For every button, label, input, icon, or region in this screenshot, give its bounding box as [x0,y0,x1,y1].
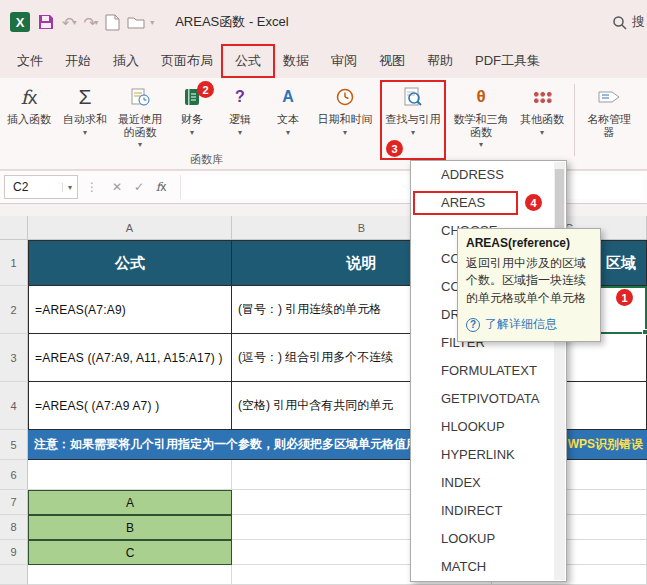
cell-a8[interactable]: B [28,515,232,540]
row-header-4[interactable]: 4 [0,382,28,430]
tooltip-description: 返回引用中涉及的区域个数。区域指一块连续的单元格或单个单元格 [466,255,592,307]
search-box[interactable]: 搜 [612,13,645,31]
save-icon[interactable] [37,13,55,31]
redo-button[interactable]: ↷▾ [84,15,99,30]
menu-formulas[interactable]: 公式 [224,46,272,76]
ribbon-group-label: 函数库 [190,152,223,167]
dropdown-item-areas[interactable]: AREAS 4 [411,189,554,217]
chevron-down-icon: ▾ [238,128,242,137]
row-header-10[interactable] [0,565,28,585]
menu-data[interactable]: 数据 [272,46,320,76]
dropdown-item-label: HYPERLINK [441,447,515,462]
new-document-icon[interactable] [105,14,120,31]
insert-function-icon[interactable]: fx [150,180,172,194]
dropdown-item-label: HLOOKUP [441,419,505,434]
row-header-5[interactable]: 5 [0,430,28,460]
dropdown-item-hyperlink[interactable]: HYPERLINK [411,441,554,469]
theta-icon: θ [476,84,485,110]
name-manager-button[interactable]: 名称管理器 [581,81,637,159]
title-bar: X ↶▾ ↷▾ ▾ AREAS函数 - Excel 搜 [0,0,647,44]
menu-page-layout[interactable]: 页面布局 [150,46,224,76]
menu-insert[interactable]: 插入 [102,46,150,76]
financial-button[interactable]: 财务 ▾ 2 [170,81,214,159]
dropdown-item-label: INDEX [441,475,481,490]
cancel-icon[interactable]: ✕ [106,180,128,194]
chevron-down-icon[interactable]: ▾ [62,183,77,192]
insert-function-button[interactable]: fx 插入函数 [2,81,56,159]
cell-a6[interactable] [28,460,232,490]
name-box[interactable]: C2 ▾ [4,175,78,199]
fill-handle[interactable] [642,329,647,335]
cell-a4[interactable]: =AREAS( (A7:A9 A7) ) [28,382,232,430]
ribbon-group-divider [574,84,575,156]
chevron-down-icon[interactable]: ▾ [94,18,98,27]
chevron-down-icon: ▾ [138,140,142,149]
ribbon: fx 插入函数 Σ 自动求和 ▾ 最近使用的函数 ▾ 财务 ▾ 2 ? 逻辑 ▾ [0,78,647,170]
enter-icon[interactable]: ✓ [128,180,150,194]
dropdown-item-getpivotdata[interactable]: GETPIVOTDATA [411,385,554,413]
search-icon [612,15,627,30]
column-header-a[interactable]: A [28,216,232,240]
lookup-reference-button[interactable]: 查找与引用 ▾ 3 [380,81,446,159]
note-text: 注意：如果需要将几个引用指定为一个参数，则必须把多区域单元格值用 [34,436,418,453]
more-functions-button[interactable]: 其他函数 ▾ [516,81,568,159]
chevron-down-icon[interactable]: ▾ [150,18,154,27]
dropdown-item-label: MATCH [441,559,486,574]
annotation-step-2: 2 [197,81,214,98]
dropdown-item-label: AREAS [441,195,485,210]
menu-home[interactable]: 开始 [54,46,102,76]
dropdown-item-address[interactable]: ADDRESS [411,161,554,189]
row-header-6[interactable]: 6 [0,460,28,490]
math-trig-button[interactable]: θ 数学和三角函数 ▾ [450,81,512,159]
menu-file[interactable]: 文件 [6,46,54,76]
chevron-down-icon[interactable]: ▾ [411,128,415,137]
tooltip-help-link[interactable]: ? 了解详细信息 [466,316,592,333]
row-header-8[interactable]: 8 [0,515,28,540]
chevron-down-icon[interactable]: ▾ [73,18,77,27]
lookup-magnifier-icon [402,84,424,110]
excel-window: X ↶▾ ↷▾ ▾ AREAS函数 - Excel 搜 文件 开始 插入 页面布… [0,0,647,585]
menu-pdf-tools[interactable]: PDF工具集 [464,46,551,76]
logical-button[interactable]: ? 逻辑 ▾ [218,81,262,159]
dropdown-item-formulatext[interactable]: FORMULATEXT [411,357,554,385]
cell-reference: C2 [13,180,28,194]
note-warning-text: WPS识别错误 [568,436,643,453]
dropdown-scrollbar[interactable] [554,162,565,580]
dropdown-item-indirect[interactable]: INDIRECT [411,497,554,525]
row-header-1[interactable]: 1 [0,240,28,286]
tooltip-title: AREAS(reference) [466,236,592,250]
cell-a10[interactable] [28,565,232,585]
fx-icon: fx [21,84,38,110]
dropdown-item-label: FORMULATEXT [441,363,537,378]
cell-a9[interactable]: C [28,540,232,565]
dropdown-item-match[interactable]: MATCH [411,553,554,581]
cell-a3[interactable]: =AREAS ((A7:A9, A11, A15:A17) ) [28,334,232,382]
row-header-3[interactable]: 3 [0,334,28,382]
dropdown-item-index[interactable]: INDEX [411,469,554,497]
text-icon: A [282,84,294,110]
menu-view[interactable]: 视图 [368,46,416,76]
logical-icon: ? [235,84,245,110]
recent-functions-button[interactable]: 最近使用的函数 ▾ [114,81,166,159]
row-header-2[interactable]: 2 [0,286,28,334]
row-header-7[interactable]: 7 [0,490,28,515]
dropdown-item-lookup[interactable]: LOOKUP [411,525,554,553]
cell-a1[interactable]: 公式 [28,240,232,286]
menu-help[interactable]: 帮助 [416,46,464,76]
select-all-corner[interactable] [0,216,28,240]
menu-review[interactable]: 审阅 [320,46,368,76]
cell-a2[interactable]: =AREAS(A7:A9) [28,286,232,334]
chevron-down-icon: ▾ [540,128,544,137]
autosum-button[interactable]: Σ 自动求和 ▾ [60,81,110,159]
undo-button[interactable]: ↶▾ [62,15,77,30]
datetime-button[interactable]: 日期和时间 ▾ [314,81,376,159]
open-folder-icon[interactable] [127,15,145,30]
formula-bar-grip[interactable]: ⋮ [86,180,98,194]
text-button[interactable]: A 文本 ▾ [266,81,310,159]
cell-a7[interactable]: A [28,490,232,515]
function-tooltip: AREAS(reference) 返回引用中涉及的区域个数。区域指一块连续的单元… [457,228,601,342]
name-tag-icon [598,84,620,110]
dropdown-item-hlookup[interactable]: HLOOKUP [411,413,554,441]
row-header-9[interactable]: 9 [0,540,28,565]
dropdown-item-label: GETPIVOTDATA [441,391,539,406]
